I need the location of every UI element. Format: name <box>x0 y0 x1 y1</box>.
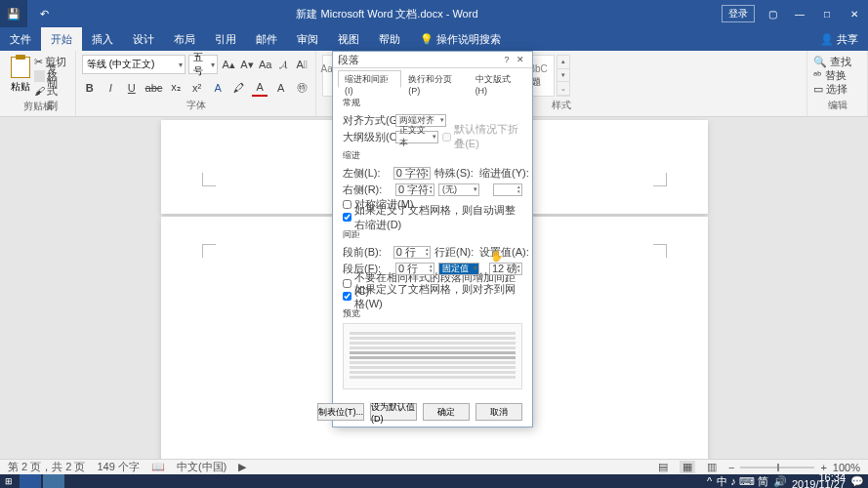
tabs-button[interactable]: 制表位(T)... <box>317 403 364 421</box>
taskbar-word-icon[interactable] <box>20 474 41 488</box>
grow-font-icon[interactable]: A▴ <box>221 56 236 73</box>
view-print-icon[interactable]: ▦ <box>680 461 695 473</box>
tray-up-icon[interactable]: ^ <box>707 475 712 487</box>
snap-grid-checkbox[interactable]: 如果定义了文档网格，则对齐到网格(W) <box>343 290 522 303</box>
dtab-indent-spacing[interactable]: 缩进和间距(I) <box>338 70 401 88</box>
ribbon-tabs: 文件 开始 插入 设计 布局 引用 邮件 审阅 视图 帮助 💡 操作说明搜索 👤… <box>0 27 868 51</box>
qat-undo-icon[interactable]: ↶ <box>35 8 53 20</box>
highlight-icon[interactable]: 🖍 <box>231 79 247 97</box>
auto-adjust-indent-checkbox[interactable]: 如果定义了文档网格，则自动调整右缩进(D) <box>343 211 522 224</box>
group-font: 等线 (中文正文) 五号 A▴ A▾ Aa 𝓐 A⃠ B I U abc x₂ … <box>76 51 316 116</box>
change-case-icon[interactable]: Aa <box>258 56 273 73</box>
outline-select[interactable]: 正文文本 <box>395 131 438 143</box>
space-before-label: 段前(B): <box>343 245 390 260</box>
login-button[interactable]: 登录 <box>722 5 755 22</box>
group-clipboard: 粘贴 ✂剪切 复制 🖌格式刷 剪贴板 <box>0 51 76 116</box>
font-size-select[interactable]: 五号 <box>188 55 218 74</box>
strike-button[interactable]: abc <box>145 79 163 97</box>
paste-button[interactable]: 粘贴 <box>8 55 32 98</box>
replace-button[interactable]: ᵃᵇ替换 <box>813 68 861 82</box>
tab-view[interactable]: 视图 <box>328 27 369 51</box>
tell-me[interactable]: 💡 操作说明搜索 <box>410 27 511 51</box>
tray-ime[interactable]: 中 ♪ ⌨ 简 <box>717 474 768 489</box>
line-spacing-select[interactable]: 固定值 <box>438 263 479 275</box>
taskbar-app-icon[interactable] <box>43 474 64 488</box>
tray-notifications-icon[interactable]: 💬 <box>850 475 864 488</box>
indent-by-label: 缩进值(Y): <box>479 166 522 181</box>
sect-general: 常规 <box>343 97 522 109</box>
paragraph-dialog: 段落 ? ✕ 缩进和间距(I) 换行和分页(P) 中文版式(H) 常规 对齐方式… <box>332 51 533 427</box>
select-icon: ▭ <box>813 83 823 96</box>
collapsed-checkbox[interactable]: 默认情况下折叠(E) <box>442 131 522 143</box>
italic-button[interactable]: I <box>103 79 119 97</box>
underline-button[interactable]: U <box>124 79 140 97</box>
spellcheck-icon[interactable]: 📖 <box>151 461 165 473</box>
dialog-close-icon[interactable]: ✕ <box>514 53 527 66</box>
dialog-titlebar[interactable]: 段落 ? ✕ <box>333 52 532 68</box>
phonetic-icon[interactable]: 𝓐 <box>276 56 292 73</box>
superscript-button[interactable]: x² <box>189 79 205 97</box>
tray-volume-icon[interactable]: 🔊 <box>773 475 787 488</box>
dialog-help-icon[interactable]: ? <box>500 53 514 66</box>
dtab-line-breaks[interactable]: 换行和分页(P) <box>401 70 468 88</box>
share-button[interactable]: 👤共享 <box>810 27 868 51</box>
page-status[interactable]: 第 2 页，共 2 页 <box>8 460 85 474</box>
clear-format-icon[interactable]: A⃠ <box>294 56 310 73</box>
cancel-button[interactable]: 取消 <box>475 403 522 421</box>
enclose-char-icon[interactable]: ㊕ <box>295 79 310 97</box>
start-button[interactable]: ⊞ <box>0 474 18 488</box>
space-before-input[interactable]: 0 行 <box>393 246 431 259</box>
shrink-font-icon[interactable]: A▾ <box>239 56 255 73</box>
indent-right-label: 右侧(R): <box>343 183 392 197</box>
taskbar-clock[interactable]: 16:34 2019/11/27 <box>792 474 846 488</box>
indent-by-input[interactable] <box>493 183 522 196</box>
tab-design[interactable]: 设计 <box>123 27 164 51</box>
ribbon-options-icon[interactable]: ▢ <box>759 0 786 27</box>
text-effects-icon[interactable]: A <box>210 79 226 97</box>
zoom-slider[interactable] <box>740 467 814 468</box>
find-button[interactable]: 🔍查找 <box>813 55 861 68</box>
chevron-down-icon[interactable]: ▾ <box>558 69 569 83</box>
subscript-button[interactable]: x₂ <box>168 79 184 97</box>
format-painter-button[interactable]: 🖌格式刷 <box>34 84 67 98</box>
dtab-asian[interactable]: 中文版式(H) <box>469 70 527 88</box>
share-icon: 👤 <box>820 33 834 46</box>
macro-icon[interactable]: ▶ <box>238 461 246 473</box>
special-select[interactable]: (无) <box>438 183 479 196</box>
select-button[interactable]: ▭选择 <box>813 83 861 97</box>
style-gallery-scroll[interactable]: ▴▾⌄ <box>557 55 570 97</box>
close-icon[interactable]: ✕ <box>841 0 868 27</box>
tab-home[interactable]: 开始 <box>41 27 82 51</box>
minimize-icon[interactable]: — <box>786 0 813 27</box>
indent-left-input[interactable]: 0 字符 <box>393 167 431 180</box>
group-label-font: 字体 <box>82 99 310 112</box>
view-read-icon[interactable]: ▤ <box>658 461 668 473</box>
bold-button[interactable]: B <box>82 79 98 97</box>
tab-file[interactable]: 文件 <box>0 27 41 51</box>
save-icon[interactable]: 💾 <box>0 0 27 27</box>
tab-layout[interactable]: 布局 <box>164 27 205 51</box>
tab-review[interactable]: 审阅 <box>287 27 328 51</box>
tab-references[interactable]: 引用 <box>205 27 246 51</box>
tab-help[interactable]: 帮助 <box>369 27 410 51</box>
view-web-icon[interactable]: ▥ <box>707 461 717 473</box>
expand-styles-icon[interactable]: ⌄ <box>558 82 569 96</box>
group-label-editing: 编辑 <box>813 99 861 112</box>
char-border-icon[interactable]: A <box>273 79 289 97</box>
tab-insert[interactable]: 插入 <box>82 27 123 51</box>
indent-right-input[interactable]: 0 字符 <box>395 183 434 196</box>
font-name-select[interactable]: 等线 (中文正文) <box>82 55 186 74</box>
space-after-input[interactable]: 0 行 <box>395 263 434 275</box>
spacing-at-input[interactable]: 12 磅 <box>489 263 522 275</box>
language-status[interactable]: 中文(中国) <box>177 460 227 474</box>
word-count[interactable]: 149 个字 <box>97 460 139 474</box>
title-bar: 💾 ↶ 新建 Microsoft Word 文档.docx - Word 登录 … <box>0 0 868 27</box>
chevron-up-icon[interactable]: ▴ <box>558 56 569 69</box>
set-default-button[interactable]: 设为默认值(D) <box>370 403 417 421</box>
font-color-icon[interactable]: A <box>252 79 268 97</box>
ok-button[interactable]: 确定 <box>423 403 470 421</box>
zoom-out-icon[interactable]: − <box>728 462 734 473</box>
maximize-icon[interactable]: □ <box>813 0 841 27</box>
tab-mailings[interactable]: 邮件 <box>246 27 287 51</box>
spacing-at-label: 设置值(A): <box>479 245 522 260</box>
